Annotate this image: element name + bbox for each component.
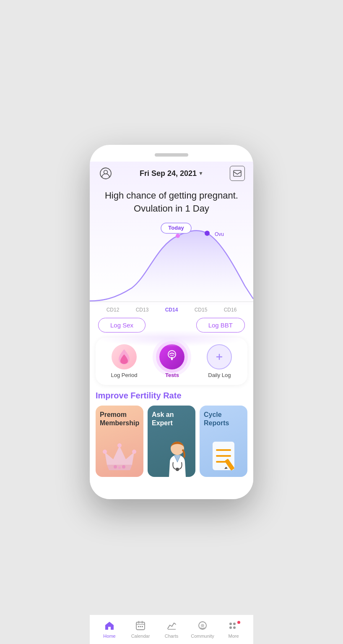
expert-card[interactable]: Ask anExpert (148, 406, 195, 477)
svg-point-4 (176, 233, 180, 238)
cycle-card[interactable]: CycleReports (200, 406, 247, 477)
log-period-item[interactable]: Log Period (111, 344, 138, 378)
premom-illustration (96, 435, 143, 477)
notch-pill (155, 153, 188, 157)
svg-text:Today: Today (168, 225, 184, 231)
mail-icon[interactable] (230, 166, 245, 181)
status-bar (90, 145, 253, 162)
log-period-label: Log Period (111, 372, 138, 378)
tests-item[interactable]: Tests (159, 344, 184, 378)
cycle-card-title: CycleReports (200, 406, 247, 431)
svg-point-14 (117, 443, 122, 448)
svg-point-20 (176, 468, 179, 471)
svg-rect-10 (171, 357, 173, 360)
cd-label-14: CD14 (157, 307, 186, 313)
cd-label-12: CD12 (98, 307, 127, 313)
main-message: High chance of getting pregnant. Ovulati… (90, 184, 253, 215)
svg-point-15 (132, 450, 136, 454)
cd-label-13: CD13 (127, 307, 157, 313)
tests-label: Tests (165, 372, 179, 378)
cd-label-16: CD16 (216, 307, 245, 313)
quick-actions-card: Log Period Tests (96, 338, 247, 385)
expert-card-title: Ask anExpert (148, 406, 195, 431)
header-date[interactable]: Fri Sep 24, 2021 ▼ (140, 169, 203, 178)
fertility-section-title: Improve Fertility Rate (96, 391, 247, 401)
screen: Fri Sep 24, 2021 ▼ High chance of gettin… (90, 162, 253, 499)
quick-actions: Log Period Tests (100, 344, 243, 378)
premom-card-title: PremomMembership (96, 406, 143, 431)
daily-log-item[interactable]: Daily Log (207, 344, 232, 378)
header: Fri Sep 24, 2021 ▼ (90, 162, 253, 184)
svg-point-13 (103, 450, 107, 454)
cd-label-15: CD15 (186, 307, 216, 313)
fertility-section: Improve Fertility Rate PremomMembership (90, 391, 253, 499)
daily-log-icon (207, 344, 232, 369)
svg-point-5 (205, 230, 210, 236)
chart-container: Today Ovu (90, 220, 253, 305)
fertility-message: High chance of getting pregnant. Ovulati… (102, 189, 241, 215)
fertility-chart: Today Ovu (90, 220, 253, 305)
premom-card[interactable]: PremomMembership (96, 406, 143, 477)
chart-labels: CD12 CD13 CD14 CD15 CD16 (90, 305, 253, 313)
svg-point-1 (104, 170, 108, 174)
cycle-illustration (200, 435, 247, 477)
log-period-icon (112, 344, 137, 369)
log-sex-button[interactable]: Log Sex (98, 318, 146, 332)
svg-point-18 (122, 465, 125, 469)
svg-point-17 (118, 466, 121, 469)
date-chevron-icon: ▼ (198, 170, 203, 176)
svg-text:Ovu: Ovu (215, 231, 224, 237)
phone-shell: Fri Sep 24, 2021 ▼ High chance of gettin… (90, 145, 253, 499)
svg-rect-2 (234, 170, 241, 176)
daily-log-label: Daily Log (208, 372, 231, 378)
profile-icon[interactable] (98, 166, 113, 181)
fertility-cards-row: PremomMembership (96, 406, 247, 477)
expert-illustration (148, 435, 195, 477)
log-bbt-button[interactable]: Log BBT (196, 318, 245, 332)
svg-point-16 (114, 465, 117, 469)
tests-icon (159, 344, 184, 369)
